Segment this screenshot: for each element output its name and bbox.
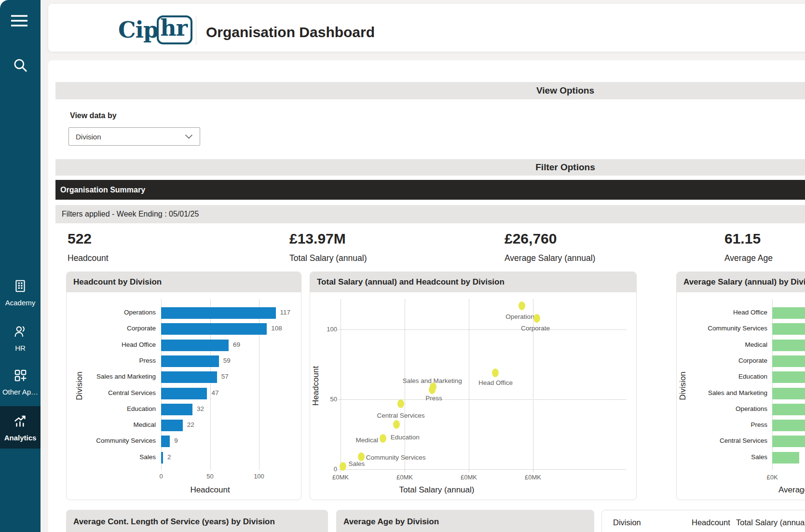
chart-title-text: Total Salary (annual) and Headcount by D…: [317, 277, 505, 286]
table-column-header: Headcount: [692, 518, 730, 527]
filter-options-label: Filter Options: [535, 162, 595, 172]
bar[interactable]: [161, 436, 170, 447]
bar[interactable]: [161, 371, 217, 383]
headcount-by-division-card: Headcount by Division 050100Operations11…: [66, 272, 301, 500]
filters-applied-banner: Filters applied - Week Ending : 05/01/25: [55, 205, 805, 223]
dropdown-value: Division: [76, 133, 101, 141]
kpi-total-salary: £13.97M Total Salary (annual): [289, 231, 367, 263]
bar[interactable]: [772, 371, 805, 383]
search-button[interactable]: [12, 57, 30, 75]
chart-title-text: Average Salary (annual) by Division: [683, 277, 805, 286]
gridline: [338, 399, 626, 400]
bar[interactable]: [161, 420, 183, 431]
bar-category-label: Education: [681, 373, 767, 380]
gridline: [469, 300, 469, 472]
scatter-point[interactable]: [430, 382, 437, 391]
bar[interactable]: [772, 323, 805, 335]
kpi-value: 61.15: [724, 231, 773, 247]
x-axis-tick: £0MK: [326, 474, 355, 481]
bar-category-label: Central Services: [681, 437, 767, 444]
bar[interactable]: [161, 340, 229, 351]
page-title: Organisation Dashboard: [206, 24, 375, 41]
bar-category-label: Corporate: [70, 325, 156, 332]
bar[interactable]: [161, 307, 276, 319]
view-data-by-dropdown[interactable]: Division: [68, 127, 200, 146]
scatter-point-label: Head Office: [478, 379, 513, 386]
bar[interactable]: [772, 340, 805, 351]
sidebar-item-label: Analytics: [4, 434, 37, 442]
kpi-average-salary: £26,760 Average Salary (annual): [505, 231, 595, 263]
sidebar-item-analytics[interactable]: Analytics: [0, 406, 41, 449]
app-header: Ciphr Organisation Dashboard: [48, 4, 805, 52]
bar-value-label: 108: [271, 325, 282, 332]
table-column-header: Total Salary (annual): [736, 518, 805, 527]
sidebar-item-label: HR: [15, 344, 26, 352]
bar-category-label: Community Services: [681, 325, 767, 332]
filters-applied-text: Filters applied - Week Ending : 05/01/25: [62, 210, 199, 218]
bar[interactable]: [161, 452, 163, 464]
chart-title-text: Average Cont. Length of Service (years) …: [73, 517, 275, 526]
bar-category-label: Sales: [70, 453, 156, 461]
division-summary-table: Division Headcount Total Salary (annual): [601, 510, 805, 532]
gridline: [341, 300, 341, 472]
scatter-point[interactable]: [397, 399, 404, 408]
logo-text: Cip: [118, 17, 158, 43]
scatter-point-label: Press: [425, 394, 442, 401]
sidebar-item-academy[interactable]: Academy: [0, 279, 41, 307]
bar[interactable]: [772, 355, 805, 367]
y-axis-tick: 0: [318, 465, 337, 473]
bar-category-label: Sales and Marketing: [681, 389, 767, 396]
bar-value-label: 2: [167, 453, 171, 461]
bar[interactable]: [772, 452, 799, 464]
scatter-point[interactable]: [393, 420, 400, 429]
bar-category-label: Medical: [70, 421, 156, 428]
bar-value-label: 57: [221, 373, 229, 380]
scatter-point[interactable]: [380, 434, 386, 443]
kpi-headcount: 522 Headcount: [68, 231, 109, 263]
x-axis-tick: 0: [149, 473, 173, 480]
kpi-label: Headcount: [68, 253, 109, 263]
filter-options-section-header[interactable]: Filter Options: [55, 159, 805, 176]
organisation-dashboard-app: Academy HR Other Ap… Analytics Ciphr Org: [0, 0, 805, 532]
person-icon: [13, 324, 27, 341]
bar[interactable]: [161, 355, 219, 367]
kpi-label: Total Salary (annual): [289, 253, 367, 263]
y-axis-title: Headcount: [311, 352, 321, 420]
bar-value-label: 59: [223, 357, 231, 364]
hamburger-menu-button[interactable]: [9, 14, 30, 28]
scatter-point-label: Operations: [505, 313, 537, 320]
x-axis-tick: 100: [247, 473, 271, 480]
bar[interactable]: [161, 388, 207, 399]
bar[interactable]: [772, 420, 805, 431]
chart-card-title: Average Salary (annual) by Division: [677, 272, 805, 292]
organisation-summary-tab[interactable]: Organisation Summary: [55, 180, 805, 200]
kpi-value: £13.97M: [289, 231, 367, 247]
bar[interactable]: [772, 404, 805, 415]
view-options-section-header[interactable]: View Options: [55, 82, 805, 99]
y-axis-tick: 100: [318, 326, 337, 333]
bar[interactable]: [772, 388, 805, 399]
sidebar-item-hr[interactable]: HR: [0, 324, 41, 352]
bar-value-label: 32: [197, 405, 204, 412]
chevron-down-icon: [185, 133, 193, 141]
bar[interactable]: [161, 404, 192, 415]
scatter-point[interactable]: [492, 368, 499, 377]
sidebar-item-other-apps[interactable]: Other Ap…: [0, 368, 41, 396]
avg-length-of-service-card: Average Cont. Length of Service (years) …: [66, 510, 328, 532]
bar-value-label: 117: [280, 309, 291, 316]
bar-category-label: Medical: [681, 341, 767, 348]
bar[interactable]: [772, 436, 805, 447]
bar-category-label: Community Services: [70, 437, 156, 444]
bar[interactable]: [772, 307, 805, 319]
bar-category-label: Head Office: [681, 309, 767, 316]
bar-value-label: 47: [211, 389, 218, 396]
x-axis-tick: £0K: [758, 474, 787, 481]
table-column-header: Division: [613, 518, 641, 527]
scatter-point[interactable]: [358, 452, 365, 461]
headcount-bar-chart: 050100Operations117Corporate108Head Offi…: [67, 292, 301, 500]
scatter-point[interactable]: [518, 301, 525, 310]
scatter-point[interactable]: [533, 314, 540, 323]
scatter-point-label: Corporate: [521, 324, 550, 331]
bar[interactable]: [161, 323, 267, 335]
sidebar-item-label: Academy: [5, 299, 36, 307]
